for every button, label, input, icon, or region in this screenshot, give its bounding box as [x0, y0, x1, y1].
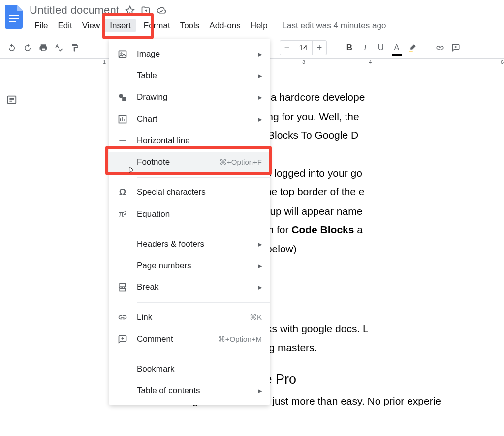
ruler-tick: 3 — [302, 59, 305, 65]
redo-button[interactable] — [21, 41, 34, 55]
menu-label: Link — [137, 312, 250, 322]
insert-link-button[interactable] — [433, 41, 447, 55]
document-title[interactable]: Untitled document — [30, 4, 119, 17]
svg-rect-13 — [120, 284, 126, 287]
font-size-value[interactable]: 14 — [294, 41, 313, 55]
menu-separator — [137, 229, 270, 229]
outline-sidebar — [0, 67, 24, 412]
submenu-arrow-icon: ▶ — [258, 388, 262, 394]
svg-rect-0 — [9, 15, 19, 16]
outline-icon[interactable] — [6, 94, 17, 105]
omega-icon: Ω — [117, 187, 128, 198]
menu-label: Page numbers — [137, 261, 258, 271]
app-header: Untitled document File Edit View Insert … — [0, 0, 504, 32]
link-icon — [117, 312, 128, 323]
menu-label: Headers & footers — [137, 239, 258, 249]
docs-logo[interactable] — [4, 4, 24, 30]
ruler-tick: 1 — [103, 59, 106, 65]
insert-table-of-contents[interactable]: Table of contents ▶ — [109, 380, 270, 402]
menu-separator — [137, 302, 270, 303]
pi-icon: π² — [117, 209, 128, 219]
insert-comment-button[interactable] — [449, 41, 463, 55]
shortcut-label: ⌘K — [250, 313, 262, 322]
insert-equation[interactable]: π² Equation — [109, 203, 270, 225]
submenu-arrow-icon: ▶ — [258, 284, 262, 291]
menu-label: Break — [137, 282, 258, 292]
drawing-icon — [117, 92, 128, 103]
break-icon — [117, 282, 128, 293]
menu-label: Footnote — [137, 157, 220, 167]
insert-table[interactable]: Table ▶ — [109, 65, 270, 87]
menu-label: Table — [137, 71, 258, 81]
insert-special-characters[interactable]: Ω Special characters — [109, 182, 270, 203]
insert-image[interactable]: Image ▶ — [109, 43, 270, 65]
submenu-arrow-icon: ▶ — [258, 241, 262, 248]
font-size-control: − 14 + — [280, 40, 327, 55]
insert-horizontal-line[interactable]: Horizontal line — [109, 130, 270, 152]
menu-label: Chart — [137, 114, 258, 124]
submenu-arrow-icon: ▶ — [258, 263, 262, 269]
ruler-tick: 6 — [501, 59, 504, 65]
last-edit-link[interactable]: Last edit was 4 minutes ago — [283, 21, 386, 31]
insert-bookmark[interactable]: Bookmark — [109, 358, 270, 380]
menu-label: Equation — [137, 209, 262, 219]
menu-label: Comment — [137, 334, 218, 344]
comment-icon — [117, 334, 128, 344]
body-text: a — [354, 224, 363, 235]
horizontal-line-icon — [117, 135, 128, 146]
text-color-button[interactable]: A — [390, 41, 404, 55]
menu-label: Drawing — [137, 93, 258, 102]
submenu-arrow-icon: ▶ — [258, 116, 262, 123]
svg-rect-7 — [119, 51, 126, 57]
star-icon[interactable] — [125, 5, 135, 15]
bold-button[interactable]: B — [343, 41, 356, 55]
body-text: Code Blocks — [291, 224, 354, 235]
italic-button[interactable]: I — [358, 41, 372, 55]
svg-rect-10 — [122, 97, 126, 101]
menu-label: Table of contents — [137, 386, 258, 396]
insert-headers-footers[interactable]: Headers & footers ▶ — [109, 233, 270, 255]
menu-format[interactable]: Format — [139, 19, 175, 32]
text-cursor — [317, 343, 317, 354]
svg-rect-14 — [120, 289, 126, 291]
highlight-button[interactable] — [406, 41, 419, 55]
undo-button[interactable] — [5, 41, 19, 55]
insert-break[interactable]: Break ▶ — [109, 277, 270, 298]
paint-format-button[interactable] — [68, 41, 82, 55]
underline-button[interactable]: U — [374, 41, 388, 55]
insert-chart[interactable]: Chart ▶ — [109, 108, 270, 130]
menu-label: Image — [137, 49, 258, 59]
menu-label: Special characters — [137, 187, 262, 197]
menu-edit[interactable]: Edit — [53, 19, 77, 32]
submenu-arrow-icon: ▶ — [258, 51, 262, 58]
menu-label: Horizontal line — [137, 136, 262, 146]
insert-drawing[interactable]: Drawing ▶ — [109, 87, 270, 108]
menu-bar: File Edit View Insert Format Tools Add-o… — [30, 19, 500, 32]
insert-comment[interactable]: Comment ⌘+Option+M — [109, 328, 270, 350]
cursor-pointer-icon — [126, 165, 136, 179]
menu-file[interactable]: File — [30, 19, 53, 32]
svg-rect-2 — [9, 21, 16, 22]
svg-point-8 — [121, 53, 122, 54]
print-button[interactable] — [36, 41, 50, 55]
menu-insert[interactable]: Insert — [105, 19, 136, 32]
font-size-increase[interactable]: + — [313, 41, 326, 55]
insert-link[interactable]: Link ⌘K — [109, 307, 270, 328]
insert-dropdown: Image ▶ Table ▶ Drawing ▶ Chart ▶ Horizo… — [109, 39, 270, 405]
menu-separator — [137, 177, 270, 178]
menu-tools[interactable]: Tools — [175, 19, 205, 32]
menu-addons[interactable]: Add-ons — [204, 19, 245, 32]
menu-help[interactable]: Help — [246, 19, 273, 32]
shortcut-label: ⌘+Option+F — [220, 158, 262, 167]
svg-rect-1 — [9, 18, 19, 19]
move-folder-icon[interactable] — [141, 5, 151, 15]
insert-page-numbers[interactable]: Page numbers ▶ — [109, 255, 270, 277]
submenu-arrow-icon: ▶ — [258, 94, 262, 101]
menu-label: Bookmark — [137, 364, 262, 374]
cloud-status-icon[interactable] — [157, 5, 166, 15]
spellcheck-button[interactable] — [52, 41, 66, 55]
ruler-tick: 4 — [369, 59, 372, 65]
menu-separator — [137, 354, 270, 354]
font-size-decrease[interactable]: − — [280, 41, 294, 55]
menu-view[interactable]: View — [77, 19, 105, 32]
